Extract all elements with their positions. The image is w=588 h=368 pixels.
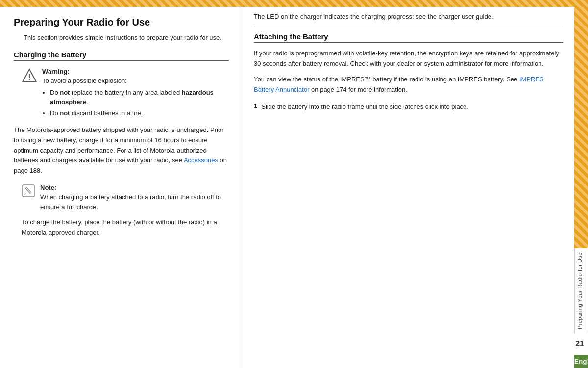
svg-rect-2	[23, 185, 34, 197]
warning-content: Warning: To avoid a possible explosion: …	[42, 67, 229, 120]
warning-intro: To avoid a possible explosion:	[42, 76, 229, 86]
page-body: Preparing Your Radio for Use This sectio…	[0, 7, 588, 368]
step-1: 1 Slide the battery into the radio frame…	[254, 102, 564, 112]
warning-label: Warning:	[42, 67, 229, 77]
side-tab-label: Preparing Your Radio for Use	[574, 248, 588, 333]
note-content: Note: When charging a battery attached t…	[40, 183, 229, 212]
svg-marker-5	[24, 193, 26, 195]
english-label: English	[574, 355, 588, 368]
svg-text:!: !	[28, 73, 30, 81]
side-tab: Preparing Your Radio for Use 21 English	[574, 7, 588, 368]
page-number: 21	[575, 340, 584, 348]
side-tab-stripe	[574, 7, 588, 248]
warning-bullet-1: Do not replace the battery in any area l…	[50, 88, 229, 107]
step-1-text: Slide the battery into the radio frame u…	[261, 102, 468, 112]
note-icon	[22, 184, 35, 198]
page-number-area: 21	[574, 333, 588, 355]
left-column: Preparing Your Radio for Use This sectio…	[0, 7, 240, 368]
page-footer: 21	[574, 333, 588, 355]
body-para-1: The Motorola-approved battery shipped wi…	[14, 125, 229, 176]
note-box: Note: When charging a battery attached t…	[22, 183, 229, 212]
step-1-number: 1	[254, 102, 257, 112]
impres-text: You can view the status of the IMPRES™ b…	[254, 75, 564, 95]
top-stripe	[0, 0, 588, 7]
warning-icon: !	[22, 68, 37, 83]
main-content: Preparing Your Radio for Use This sectio…	[0, 0, 588, 368]
note-text: When charging a battery attached to a ra…	[40, 193, 221, 210]
warning-bullets: Do not replace the battery in any area l…	[50, 88, 229, 118]
volatile-text: If your radio is preprogrammed with vola…	[254, 49, 564, 69]
attaching-section: Attaching the Battery If your radio is p…	[254, 32, 564, 112]
right-column: The LED on the charger indicates the cha…	[240, 7, 574, 368]
accessories-link[interactable]: Accessories	[184, 157, 218, 164]
warning-box: ! Warning: To avoid a possible explosion…	[22, 67, 229, 120]
charging-heading: Charging the Battery	[14, 51, 229, 61]
intro-text: This section provides simple instruction…	[24, 33, 229, 43]
page-title: Preparing Your Radio for Use	[14, 17, 229, 28]
led-text: The LED on the charger indicates the cha…	[254, 12, 564, 27]
warning-bullet-2: Do not discard batteries in a fire.	[50, 108, 229, 118]
note-label: Note:	[40, 184, 56, 191]
charge-instruction: To charge the battery, place the battery…	[22, 217, 229, 238]
attaching-heading: Attaching the Battery	[254, 32, 564, 43]
impres-tm: ™	[365, 76, 371, 83]
